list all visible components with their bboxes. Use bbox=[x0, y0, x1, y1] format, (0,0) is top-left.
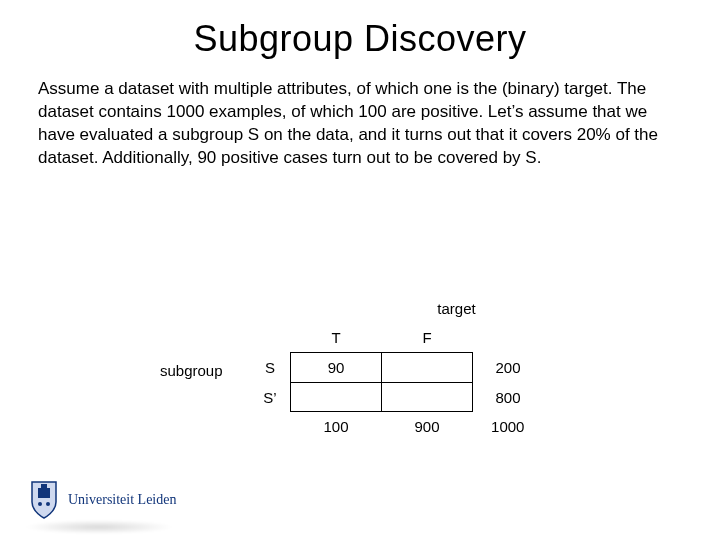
contingency-table: T F S 90 200 S’ 800 100 900 1000 bbox=[250, 323, 543, 441]
col-header-f: F bbox=[382, 323, 473, 353]
row-header-s: S bbox=[250, 353, 291, 383]
table-row: S 90 200 bbox=[250, 353, 543, 383]
col-total-f: 900 bbox=[382, 412, 473, 442]
target-axis-label: target bbox=[370, 300, 543, 317]
col-header-t: T bbox=[291, 323, 382, 353]
slide: Subgroup Discovery Assume a dataset with… bbox=[0, 0, 720, 540]
slide-body-text: Assume a dataset with multiple attribute… bbox=[0, 60, 720, 170]
logo-shadow bbox=[24, 520, 174, 534]
contingency-table-area: target subgroup T F S 90 200 S’ 800 bbox=[250, 300, 543, 441]
svg-rect-0 bbox=[38, 488, 50, 498]
svg-point-3 bbox=[46, 502, 50, 506]
row-total-s: 200 bbox=[473, 353, 544, 383]
table-totals-row: 100 900 1000 bbox=[250, 412, 543, 442]
cell-sc-f bbox=[382, 383, 473, 412]
crest-icon bbox=[28, 480, 60, 520]
grand-total: 1000 bbox=[473, 412, 544, 442]
subgroup-axis-label: subgroup bbox=[160, 362, 223, 379]
slide-title: Subgroup Discovery bbox=[0, 0, 720, 60]
col-total-t: 100 bbox=[291, 412, 382, 442]
svg-rect-1 bbox=[41, 484, 47, 488]
table-row: S’ 800 bbox=[250, 383, 543, 412]
row-total-sc: 800 bbox=[473, 383, 544, 412]
cell-sc-t bbox=[291, 383, 382, 412]
cell-s-f bbox=[382, 353, 473, 383]
row-header-sc: S’ bbox=[250, 383, 291, 412]
table-header-row: T F bbox=[250, 323, 543, 353]
cell-s-t: 90 bbox=[291, 353, 382, 383]
svg-point-2 bbox=[38, 502, 42, 506]
institution-name: Universiteit Leiden bbox=[68, 492, 176, 508]
university-logo: Universiteit Leiden bbox=[28, 480, 176, 520]
